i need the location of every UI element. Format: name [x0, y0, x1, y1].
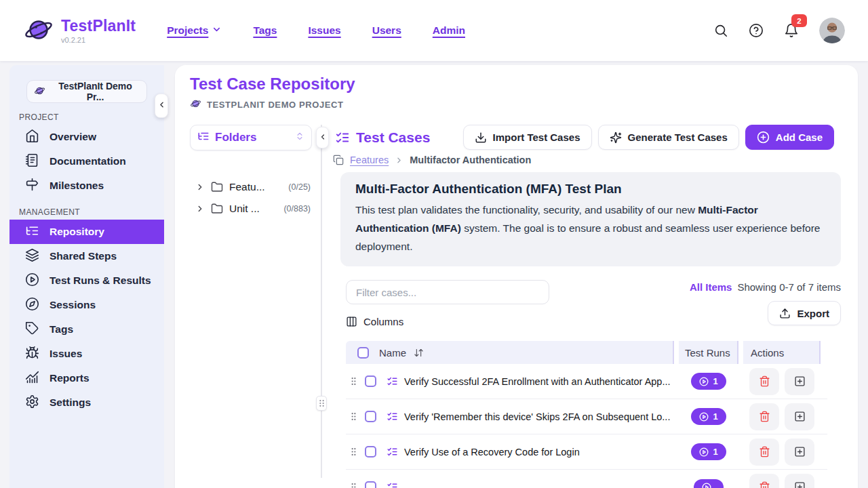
column-header-actions: Actions: [743, 341, 821, 364]
sidebar-item-sessions[interactable]: Sessions: [9, 293, 164, 317]
sidebar-item-test-runs[interactable]: Test Runs & Results: [9, 268, 164, 293]
sidebar-item-issues[interactable]: Issues: [9, 342, 164, 366]
folder-tree: Featu... (0/25) Unit ... (0/883): [190, 176, 312, 220]
layers-icon: [25, 248, 39, 265]
search-icon[interactable]: [713, 23, 728, 38]
delete-case-button[interactable]: [749, 474, 779, 488]
folders-header[interactable]: Folders: [190, 125, 312, 150]
columns-button[interactable]: Columns: [346, 316, 403, 327]
delete-case-button[interactable]: [749, 439, 779, 466]
sidebar-item-documentation[interactable]: Documentation: [9, 149, 164, 174]
test-case-link[interactable]: Verify 'Remember this device' Skips 2FA …: [404, 411, 670, 422]
all-items-filter[interactable]: All Items: [690, 281, 732, 293]
columns-icon: [346, 316, 357, 327]
test-cases-header: Test Cases Import Test Cases Generate Te…: [331, 125, 841, 150]
chevron-right-icon[interactable]: [195, 182, 205, 192]
chart-icon: [25, 370, 39, 387]
trash-icon: [759, 411, 770, 422]
bug-icon: [25, 346, 39, 363]
test-case-link[interactable]: Verify Successful 2FA Enrollment with an…: [404, 376, 671, 387]
select-all-checkbox[interactable]: [357, 347, 369, 359]
main-panel: Test Case Repository TESTPLANIT DEMO PRO…: [175, 65, 858, 488]
help-icon[interactable]: [749, 23, 764, 38]
notifications-bell-icon[interactable]: 2: [784, 23, 799, 38]
test-runs-badge[interactable]: 1: [691, 408, 726, 425]
test-case-icon: [387, 446, 398, 458]
export-button[interactable]: Export: [768, 301, 841, 325]
test-runs-badge[interactable]: 1: [691, 443, 726, 460]
row-checkbox[interactable]: [365, 481, 376, 488]
folder-row-unit[interactable]: Unit ... (0/883): [190, 198, 312, 220]
filter-right: All ItemsShowing 0-7 of 7 items Export: [690, 280, 841, 327]
app-logo[interactable]: TestPlanIt v0.2.21: [23, 14, 136, 47]
filter-cases-input[interactable]: [346, 280, 549, 304]
sidebar-item-milestones[interactable]: Milestones: [9, 174, 164, 198]
sidebar-item-reports[interactable]: Reports: [9, 366, 164, 390]
sort-icon[interactable]: [414, 348, 424, 358]
sidebar-item-shared-steps[interactable]: Shared Steps: [9, 244, 164, 268]
table-row: [346, 470, 827, 488]
delete-case-button[interactable]: [749, 403, 779, 430]
play-circle-icon: [699, 412, 709, 422]
column-header-name[interactable]: Name: [346, 341, 674, 364]
row-checkbox[interactable]: [365, 446, 376, 458]
play-circle-icon: [699, 447, 709, 457]
section-label-project: PROJECT: [19, 113, 164, 122]
resizer-grip[interactable]: [316, 396, 327, 411]
trash-icon: [759, 446, 770, 458]
nav-admin[interactable]: Admin: [433, 24, 465, 37]
chevron-right-icon[interactable]: [195, 204, 205, 214]
nav-users[interactable]: Users: [372, 24, 401, 37]
delete-case-button[interactable]: [749, 368, 779, 395]
nav-issues[interactable]: Issues: [308, 24, 340, 37]
test-case-icon: [387, 375, 398, 387]
test-case-link[interactable]: Verify Use of a Recovery Code for Login: [404, 447, 580, 458]
test-runs-badge[interactable]: [694, 479, 724, 488]
row-checkbox[interactable]: [365, 411, 376, 422]
sidebar-item-settings[interactable]: Settings: [9, 390, 164, 415]
folders-title: Folders: [215, 131, 290, 144]
test-cases-panel: Test Cases Import Test Cases Generate Te…: [331, 125, 841, 478]
download-icon: [475, 131, 487, 144]
folder-icon: [211, 181, 223, 193]
test-runs-badge[interactable]: 1: [691, 373, 726, 390]
add-to-run-button[interactable]: [785, 403, 814, 430]
folder-row-features[interactable]: Featu... (0/25): [190, 176, 312, 198]
sidebar-item-repository[interactable]: Repository: [9, 220, 164, 244]
header-actions: Import Test Cases Generate Test Cases Ad…: [463, 125, 841, 150]
project-switcher[interactable]: TestPlanIt Demo Pr...: [26, 80, 147, 103]
workspace: Folders Featu... (0/25): [190, 125, 841, 478]
folders-collapse-button[interactable]: [316, 127, 329, 148]
nav-tags[interactable]: Tags: [253, 24, 277, 37]
sidebar: TestPlanIt Demo Pr... PROJECT Overview D…: [9, 65, 164, 488]
row-checkbox[interactable]: [365, 375, 376, 387]
add-to-run-button[interactable]: [785, 474, 814, 488]
chevron-left-icon: [157, 100, 166, 111]
user-avatar[interactable]: [819, 18, 845, 43]
play-circle-icon: [702, 483, 711, 488]
add-to-run-button[interactable]: [785, 439, 814, 466]
gear-icon: [25, 394, 39, 411]
sidebar-collapse-button[interactable]: [155, 94, 168, 118]
import-test-cases-button[interactable]: Import Test Cases: [463, 125, 592, 150]
drag-handle-icon[interactable]: [349, 481, 359, 488]
drag-handle-icon[interactable]: [349, 446, 359, 458]
upload-icon: [779, 308, 791, 319]
table-row: Verify Successful 2FA Enrollment with an…: [346, 364, 827, 399]
nav-projects[interactable]: Projects: [167, 24, 222, 37]
drag-handle-icon[interactable]: [349, 411, 359, 422]
sidebar-item-tags[interactable]: Tags: [9, 317, 164, 342]
drag-handle-icon[interactable]: [349, 375, 359, 387]
folder-count: (0/883): [283, 204, 312, 214]
breadcrumb-features-link[interactable]: Features: [350, 155, 389, 165]
add-to-run-button[interactable]: [785, 368, 814, 395]
top-bar: TestPlanIt v0.2.21 Projects Tags Issues …: [0, 0, 868, 61]
sidebar-item-overview[interactable]: Overview: [9, 125, 164, 149]
add-case-button[interactable]: Add Case: [745, 125, 834, 150]
panel-resizer[interactable]: [321, 125, 322, 478]
filter-left: Columns: [346, 280, 549, 327]
trash-icon: [759, 481, 770, 488]
main-nav: Projects Tags Issues Users Admin: [167, 24, 465, 37]
generate-test-cases-button[interactable]: Generate Test Cases: [598, 125, 739, 150]
showing-count: Showing 0-7 of 7 items: [737, 281, 841, 293]
